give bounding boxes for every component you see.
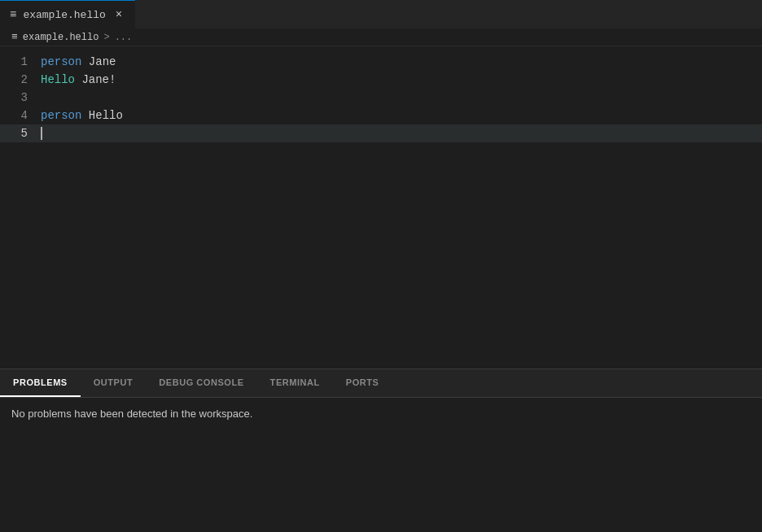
breadcrumb: ≡ example.hello > ... [0, 28, 762, 46]
file-icon: ≡ [10, 8, 16, 21]
line-number: 2 [0, 71, 41, 89]
editor-tab[interactable]: ≡ example.hello × [0, 0, 135, 28]
panel-tab-ports[interactable]: PORTS [333, 369, 392, 397]
tab-title: example.hello [23, 9, 105, 21]
panel-tabs: PROBLEMSOUTPUTDEBUG CONSOLETERMINALPORTS [0, 369, 762, 398]
panel-content: No problems have been detected in the wo… [0, 398, 762, 532]
text-cursor [41, 127, 42, 140]
code-line[interactable]: 2Hello Jane! [0, 71, 762, 89]
code-line[interactable]: 1person Jane [0, 53, 762, 71]
tab-close-button[interactable]: × [112, 8, 125, 21]
line-content: person Hello [41, 107, 762, 124]
tab-bar: ≡ example.hello × [0, 0, 762, 28]
no-problems-message: No problems have been detected in the wo… [11, 408, 252, 420]
panel-tab-output[interactable]: OUTPUT [81, 369, 147, 397]
code-line[interactable]: 5 [0, 124, 762, 142]
line-content: Hello Jane! [41, 71, 762, 89]
line-content: person Jane [41, 53, 762, 71]
code-area[interactable]: 1person Jane2Hello Jane!34person Hello5 [0, 46, 762, 368]
line-number: 3 [0, 89, 41, 107]
breadcrumb-dots: ... [115, 32, 133, 43]
bottom-panel: PROBLEMSOUTPUTDEBUG CONSOLETERMINALPORTS… [0, 369, 762, 532]
line-content [41, 124, 762, 142]
code-line[interactable]: 3 [0, 89, 762, 107]
line-number: 5 [0, 124, 41, 142]
line-number: 4 [0, 107, 41, 124]
breadcrumb-separator: > [103, 32, 109, 43]
panel-tab-problems[interactable]: PROBLEMS [0, 369, 81, 397]
panel-tab-terminal[interactable]: TERMINAL [257, 369, 333, 397]
breadcrumb-filename[interactable]: example.hello [23, 32, 99, 43]
line-number: 1 [0, 53, 41, 71]
code-editor[interactable]: 1person Jane2Hello Jane!34person Hello5 [0, 46, 762, 368]
panel-tab-debug-console[interactable]: DEBUG CONSOLE [146, 369, 256, 397]
code-line[interactable]: 4person Hello [0, 107, 762, 124]
breadcrumb-icon: ≡ [11, 31, 18, 43]
